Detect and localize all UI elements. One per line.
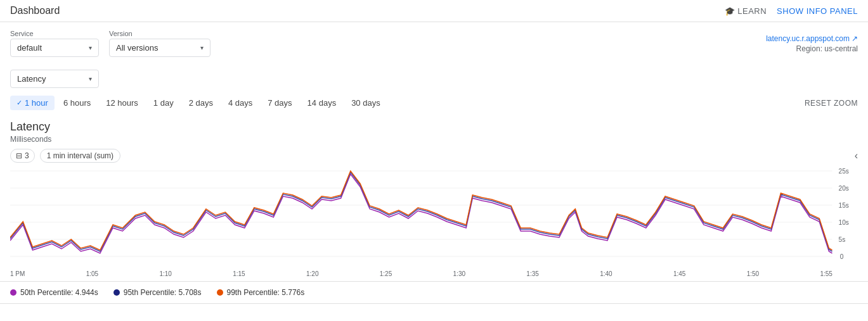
version-group: Version All versions ▾ (109, 30, 211, 57)
time-btn-30days[interactable]: 30 days (345, 96, 387, 110)
legend-item-p95: 95th Percentile: 5.708s (113, 288, 202, 297)
legend-label-p50: 50th Percentile: 4.944s (20, 288, 98, 297)
time-btn-12hours[interactable]: 12 hours (100, 96, 145, 110)
x-label-145: 1:45 (673, 270, 685, 277)
time-btn-1hour[interactable]: 1 hour (10, 96, 55, 110)
region-link[interactable]: latency.uc.r.appspot.com ↗ (766, 34, 858, 43)
chart-svg: 25s 20s 15s 10s 5s 0 (10, 168, 858, 269)
legend-row: 50th Percentile: 4.944s 95th Percentile:… (0, 281, 868, 304)
reset-zoom-button[interactable]: RESET ZOOM (805, 99, 858, 108)
x-label-135: 1:35 (526, 270, 538, 277)
top-bar-actions: 🎓 LEARN SHOW INFO PANEL (725, 6, 858, 16)
x-label-140: 1:40 (600, 270, 612, 277)
p99-line (10, 171, 832, 250)
chart-toolbar: ⊟ 3 1 min interval (sum) ‹ (10, 149, 858, 163)
time-range-row: 1 hour 6 hours 12 hours 1 day 2 days 4 d… (0, 93, 868, 115)
x-label-125: 1:25 (380, 270, 392, 277)
x-label-110: 1:10 (159, 270, 171, 277)
show-info-button[interactable]: SHOW INFO PANEL (777, 6, 858, 16)
x-label-120: 1:20 (306, 270, 318, 277)
version-select[interactable]: All versions ▾ (109, 39, 211, 57)
x-axis-labels: 1 PM 1:05 1:10 1:15 1:20 1:25 1:30 1:35 … (10, 269, 832, 279)
time-btn-4days[interactable]: 4 days (222, 96, 259, 110)
learn-icon: 🎓 (725, 6, 735, 16)
time-btn-1day[interactable]: 1 day (147, 96, 180, 110)
legend-item-p99: 99th Percentile: 5.776s (217, 288, 305, 297)
service-dropdown-arrow: ▾ (89, 44, 92, 51)
service-value: default (17, 43, 42, 53)
x-label-155: 1:55 (820, 270, 832, 277)
controls-left: Service default ▾ Version All versions ▾ (10, 30, 211, 57)
region-link-text: latency.uc.r.appspot.com (766, 34, 850, 43)
legend-dot-p50 (10, 289, 16, 296)
service-label: Service (10, 30, 99, 37)
metric-value: Latency (17, 74, 46, 84)
x-label-130: 1:30 (453, 270, 465, 277)
svg-text:25s: 25s (839, 168, 849, 175)
time-btn-6hours[interactable]: 6 hours (57, 96, 97, 110)
interval-badge[interactable]: 1 min interval (sum) (40, 149, 120, 163)
p50-line (10, 174, 832, 253)
legend-label-p95: 95th Percentile: 5.708s (124, 288, 202, 297)
time-range-options: 1 hour 6 hours 12 hours 1 day 2 days 4 d… (10, 96, 387, 110)
learn-button[interactable]: 🎓 LEARN (725, 6, 767, 16)
filter-icon: ⊟ (16, 151, 22, 160)
service-select[interactable]: default ▾ (10, 39, 99, 57)
chart-subtitle: Milliseconds (10, 135, 858, 144)
legend-label-p99: 99th Percentile: 5.776s (227, 288, 305, 297)
svg-text:0: 0 (840, 253, 844, 260)
svg-text:10s: 10s (839, 219, 849, 226)
x-label-150: 1:50 (747, 270, 759, 277)
version-value: All versions (116, 43, 158, 53)
time-btn-7days[interactable]: 7 days (261, 96, 298, 110)
interval-label: 1 min interval (sum) (47, 151, 113, 160)
top-bar: Dashboard 🎓 LEARN SHOW INFO PANEL (0, 0, 868, 22)
filter-count: 3 (25, 151, 29, 160)
filter-badge[interactable]: ⊟ 3 (10, 149, 35, 163)
page-title: Dashboard (10, 5, 60, 16)
legend-dot-p95 (113, 289, 120, 296)
region-text: Region: us-central (796, 44, 858, 53)
x-label-1pm: 1 PM (10, 270, 25, 277)
chart-title: Latency (10, 120, 858, 134)
chart-toolbar-left: ⊟ 3 1 min interval (sum) (10, 149, 120, 163)
version-label: Version (109, 30, 211, 37)
legend-item-p50: 50th Percentile: 4.944s (10, 288, 98, 297)
metric-dropdown-arrow: ▾ (89, 75, 92, 82)
external-link-icon: ↗ (852, 34, 858, 43)
chart-wrapper: 25s 20s 15s 10s 5s 0 (10, 168, 858, 269)
controls-row: Service default ▾ Version All versions ▾… (0, 22, 868, 65)
x-label-105: 1:05 (86, 270, 98, 277)
legend-dot-p99 (217, 289, 223, 296)
time-btn-2days[interactable]: 2 days (183, 96, 219, 110)
svg-text:15s: 15s (839, 202, 849, 209)
controls-right: latency.uc.r.appspot.com ↗ Region: us-ce… (766, 34, 858, 53)
chart-section: Latency Milliseconds ⊟ 3 1 min interval … (0, 115, 868, 279)
time-btn-14days[interactable]: 14 days (301, 96, 343, 110)
version-dropdown-arrow: ▾ (200, 44, 204, 51)
svg-text:20s: 20s (839, 185, 849, 192)
collapse-button[interactable]: ‹ (855, 150, 858, 161)
metric-select[interactable]: Latency ▾ (10, 70, 99, 88)
x-label-115: 1:15 (233, 270, 245, 277)
svg-text:5s: 5s (839, 236, 846, 243)
metric-row: Latency ▾ (0, 65, 868, 93)
service-group: Service default ▾ (10, 30, 99, 57)
